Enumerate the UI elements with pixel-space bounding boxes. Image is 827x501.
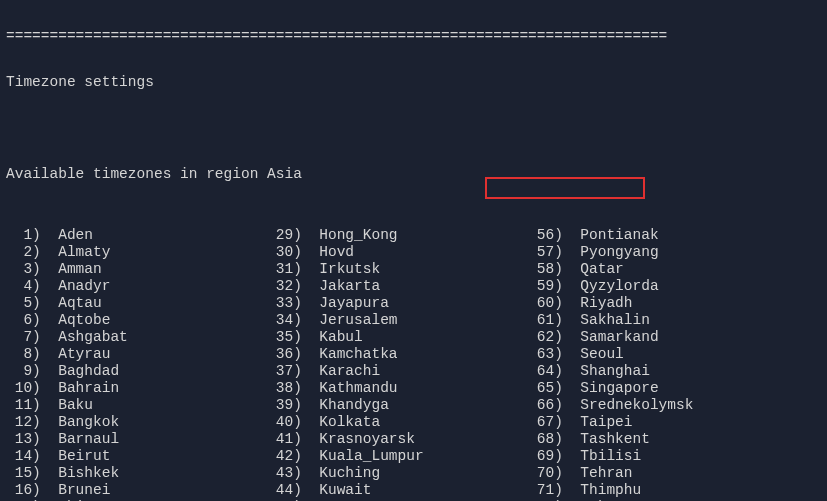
timezone-row[interactable]: 1) Aden 29) Hong_Kong 56) Pontianak	[6, 228, 821, 245]
timezone-row[interactable]: 4) Anadyr 32) Jakarta 59) Qyzylorda	[6, 279, 821, 296]
timezone-row[interactable]: 16) Brunei 44) Kuwait 71) Thimphu	[6, 483, 821, 500]
timezone-row[interactable]: 12) Bangkok 40) Kolkata 67) Taipei	[6, 415, 821, 432]
timezone-row[interactable]: 15) Bishkek 43) Kuching 70) Tehran	[6, 466, 821, 483]
timezone-row[interactable]: 9) Baghdad 37) Karachi 64) Shanghai	[6, 364, 821, 381]
subtitle: Available timezones in region Asia	[6, 167, 821, 184]
timezone-row[interactable]: 7) Ashgabat 35) Kabul 62) Samarkand	[6, 330, 821, 347]
terminal-output: ========================================…	[0, 0, 827, 501]
timezone-row[interactable]: 2) Almaty 30) Hovd 57) Pyongyang	[6, 245, 821, 262]
timezone-list-upper: 1) Aden 29) Hong_Kong 56) Pontianak 2) A…	[6, 228, 821, 502]
timezone-row[interactable]: 13) Barnaul 41) Krasnoyarsk 68) Tashkent	[6, 432, 821, 449]
separator-line: ========================================…	[6, 29, 821, 46]
blank-line	[6, 121, 821, 138]
timezone-row[interactable]: 10) Bahrain 38) Kathmandu 65) Singapore	[6, 381, 821, 398]
timezone-row[interactable]: 6) Aqtobe 34) Jerusalem 61) Sakhalin	[6, 313, 821, 330]
timezone-row[interactable]: 5) Aqtau 33) Jayapura 60) Riyadh	[6, 296, 821, 313]
timezone-row[interactable]: 8) Atyrau 36) Kamchatka 63) Seoul	[6, 347, 821, 364]
timezone-row[interactable]: 11) Baku 39) Khandyga 66) Srednekolymsk	[6, 398, 821, 415]
timezone-row[interactable]: 14) Beirut 42) Kuala_Lumpur 69) Tbilisi	[6, 449, 821, 466]
timezone-row[interactable]: 3) Amman 31) Irkutsk 58) Qatar	[6, 262, 821, 279]
page-title: Timezone settings	[6, 75, 821, 92]
